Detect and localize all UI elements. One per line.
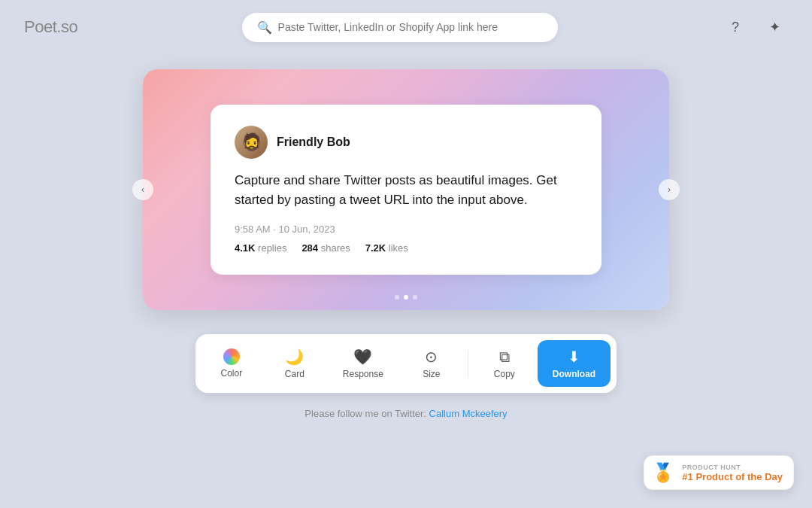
tweet-card: 🧔 Friendly Bob Capture and share Twitter… (211, 105, 601, 275)
tweet-stats: 4.1K replies 284 shares 7.2K likes (235, 242, 577, 254)
header: Poet.so 🔍 ? ✦ (0, 0, 812, 54)
dot-2 (404, 295, 408, 300)
copy-icon: ⧉ (499, 348, 510, 366)
size-label: Size (423, 369, 440, 379)
stat-replies: 4.1K replies (235, 242, 286, 254)
stat-likes: 7.2K likes (365, 242, 408, 254)
stat-shares: 284 shares (301, 242, 350, 254)
ph-label: PRODUCT HUNT (682, 464, 783, 471)
tweet-text: Capture and share Twitter posts as beaut… (235, 171, 577, 211)
preview-container: ‹ 🧔 Friendly Bob Capture and share Twitt… (143, 69, 669, 310)
dot-1 (395, 295, 399, 300)
download-button[interactable]: ⬇ Download (538, 340, 611, 387)
response-label: Response (343, 369, 383, 379)
arrow-right[interactable]: › (659, 179, 680, 200)
color-label: Color (220, 368, 242, 379)
response-button[interactable]: 🖤 Response (328, 340, 398, 387)
color-icon (223, 348, 240, 365)
logo-text: Poet (24, 17, 56, 36)
help-icon: ? (732, 20, 739, 35)
response-icon: 🖤 (353, 348, 372, 366)
size-icon: ⊙ (425, 348, 438, 366)
download-icon: ⬇ (568, 348, 580, 366)
logo: Poet.so (24, 17, 77, 37)
card-label: Card (285, 369, 304, 379)
color-button[interactable]: Color (201, 341, 262, 386)
ph-title: #1 Product of the Day (682, 471, 783, 482)
search-input[interactable] (278, 21, 543, 33)
logo-suffix: .so (56, 17, 77, 36)
main-content: ‹ 🧔 Friendly Bob Capture and share Twitt… (0, 54, 812, 419)
dot-indicator (143, 295, 669, 300)
dot-3 (413, 295, 417, 300)
footer-text: Please follow me on Twitter: (304, 408, 429, 419)
header-right: ? ✦ (722, 14, 788, 41)
ph-text: PRODUCT HUNT #1 Product of the Day (682, 464, 783, 482)
theme-toggle[interactable]: ✦ (761, 14, 788, 41)
theme-icon: ✦ (769, 19, 780, 35)
twitter-link[interactable]: Callum Mckeefery (429, 408, 508, 419)
card-icon: 🌙 (285, 348, 304, 366)
arrow-left[interactable]: ‹ (132, 179, 153, 200)
help-button[interactable]: ? (722, 14, 749, 41)
card-button[interactable]: 🌙 Card (265, 340, 325, 387)
search-icon: 🔍 (257, 20, 272, 35)
footer: Please follow me on Twitter: Callum Mcke… (304, 408, 507, 419)
author-name: Friendly Bob (277, 135, 350, 149)
avatar: 🧔 (235, 126, 268, 159)
ph-medal-icon: 🏅 (652, 462, 674, 483)
search-bar: 🔍 (242, 13, 558, 42)
ph-badge[interactable]: 🏅 PRODUCT HUNT #1 Product of the Day (644, 455, 794, 490)
toolbar-divider (468, 350, 468, 377)
download-label: Download (553, 369, 595, 379)
size-button[interactable]: ⊙ Size (401, 340, 462, 387)
copy-button[interactable]: ⧉ Copy (474, 341, 535, 387)
toolbar: Color 🌙 Card 🖤 Response ⊙ Size ⧉ Copy ⬇ … (195, 334, 617, 393)
tweet-timestamp: 9:58 AM · 10 Jun, 2023 (235, 224, 577, 235)
tweet-header: 🧔 Friendly Bob (235, 126, 577, 159)
copy-label: Copy (494, 369, 515, 379)
